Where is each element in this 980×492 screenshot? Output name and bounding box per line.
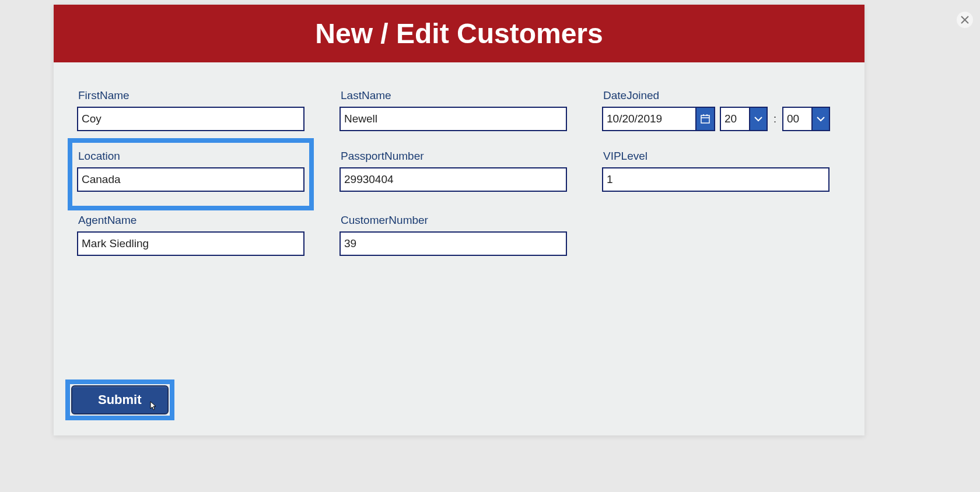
firstname-input[interactable] bbox=[77, 107, 304, 131]
chevron-down-icon bbox=[817, 116, 825, 122]
vip-group: VIPLevel bbox=[602, 144, 830, 201]
hour-value: 20 bbox=[720, 107, 749, 131]
vip-input[interactable] bbox=[602, 167, 830, 192]
hour-select[interactable]: 20 bbox=[720, 107, 768, 131]
passport-input[interactable] bbox=[340, 167, 567, 192]
location-label: Location bbox=[77, 150, 304, 163]
firstname-group: FirstName bbox=[77, 89, 304, 131]
lastname-input[interactable] bbox=[340, 107, 567, 131]
minute-select[interactable]: 00 bbox=[782, 107, 830, 131]
agentname-label: AgentName bbox=[77, 214, 304, 227]
submit-wrapper: Submit bbox=[71, 385, 169, 414]
customernumber-group: CustomerNumber bbox=[340, 214, 567, 256]
location-input[interactable] bbox=[77, 167, 304, 192]
customer-form-modal: New / Edit Customers FirstName LastName … bbox=[54, 5, 864, 435]
minute-value: 00 bbox=[782, 107, 811, 131]
calendar-icon bbox=[700, 114, 710, 124]
submit-button[interactable]: Submit bbox=[71, 385, 169, 414]
passport-group: PassportNumber bbox=[340, 144, 567, 201]
passport-label: PassportNumber bbox=[340, 150, 567, 163]
modal-title: New / Edit Customers bbox=[54, 5, 864, 62]
firstname-label: FirstName bbox=[77, 89, 304, 102]
vip-label: VIPLevel bbox=[602, 150, 830, 163]
agentname-input[interactable] bbox=[77, 231, 304, 256]
hour-dropdown-button[interactable] bbox=[749, 107, 768, 131]
lastname-label: LastName bbox=[340, 89, 567, 102]
agentname-group: AgentName bbox=[77, 214, 304, 256]
customernumber-label: CustomerNumber bbox=[340, 214, 567, 227]
location-group: Location bbox=[77, 144, 304, 201]
form-body: FirstName LastName DateJoined bbox=[54, 62, 864, 435]
close-icon bbox=[961, 16, 969, 24]
datejoined-group: DateJoined 20 : bbox=[602, 89, 830, 131]
datejoined-label: DateJoined bbox=[602, 89, 830, 102]
submit-label: Submit bbox=[98, 392, 142, 407]
close-button[interactable] bbox=[957, 12, 973, 28]
calendar-button[interactable] bbox=[695, 107, 715, 131]
customernumber-input[interactable] bbox=[340, 231, 567, 256]
minute-dropdown-button[interactable] bbox=[811, 107, 830, 131]
svg-rect-2 bbox=[701, 115, 709, 123]
lastname-group: LastName bbox=[340, 89, 567, 131]
chevron-down-icon bbox=[754, 116, 762, 122]
cursor-icon bbox=[148, 400, 158, 414]
time-separator: : bbox=[774, 113, 776, 125]
date-input[interactable] bbox=[602, 107, 695, 131]
